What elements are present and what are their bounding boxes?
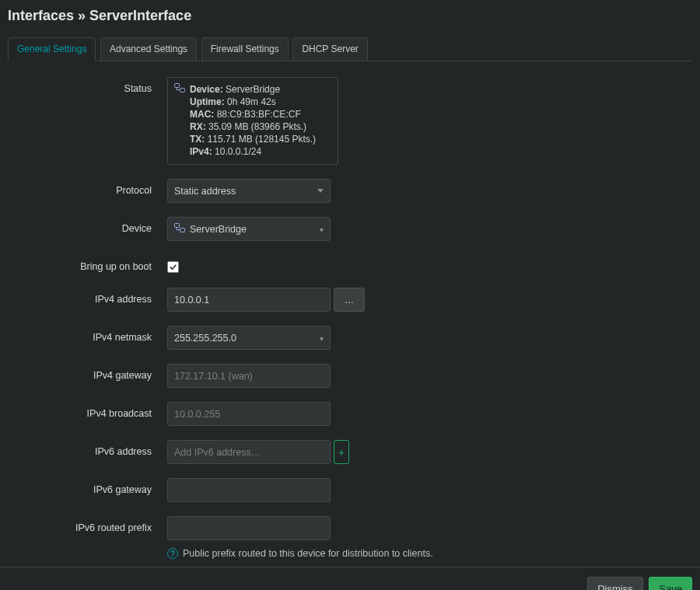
ipv6-address-label: IPv6 address	[8, 440, 167, 457]
device-label: Device	[8, 217, 167, 234]
ipv6-gateway-input[interactable]	[167, 478, 331, 502]
protocol-value: Static address	[174, 186, 236, 197]
status-mac-key: MAC:	[190, 109, 214, 120]
tab-general-settings[interactable]: General Settings	[8, 37, 96, 61]
ipv4-gateway-input[interactable]	[167, 364, 331, 388]
tab-dhcp-server[interactable]: DHCP Server	[292, 37, 367, 61]
ipv4-address-input[interactable]	[167, 288, 331, 312]
status-label: Status	[8, 77, 167, 94]
status-mac-value: 88:C9:B3:BF:CE:CF	[217, 109, 301, 120]
ipv6-gateway-label: IPv6 gateway	[8, 478, 167, 495]
info-icon: ?	[167, 548, 178, 559]
status-uptime-key: Uptime:	[190, 96, 225, 107]
tab-firewall-settings[interactable]: Firewall Settings	[201, 37, 289, 61]
page-title: Interfaces » ServerInterface	[8, 8, 692, 24]
device-value: ServerBridge	[190, 224, 247, 235]
ipv4-gateway-label: IPv4 gateway	[8, 364, 167, 381]
ipv6-address-input[interactable]	[167, 440, 331, 464]
dialog-footer: Dismiss Save	[0, 567, 700, 590]
device-select[interactable]: ServerBridge	[167, 217, 331, 241]
bridge-icon	[174, 83, 185, 158]
save-button[interactable]: Save	[649, 577, 692, 590]
protocol-label: Protocol	[8, 179, 167, 196]
ipv6-address-add-button[interactable]: +	[334, 440, 349, 464]
ipv4-broadcast-label: IPv4 broadcast	[8, 402, 167, 419]
status-device-value: ServerBridge	[226, 84, 280, 95]
boot-label: Bring up on boot	[8, 255, 167, 272]
ipv6-prefix-label: IPv6 routed prefix	[8, 516, 167, 533]
status-rx-key: RX:	[190, 121, 206, 132]
tab-advanced-settings[interactable]: Advanced Settings	[100, 37, 197, 61]
dismiss-button[interactable]: Dismiss	[587, 577, 643, 590]
status-ipv4-key: IPv4:	[190, 146, 212, 157]
svg-rect-1	[180, 89, 185, 93]
status-uptime-value: 0h 49m 42s	[227, 96, 276, 107]
ipv4-netmask-label: IPv4 netmask	[8, 326, 167, 343]
ipv4-broadcast-input[interactable]	[167, 402, 331, 426]
status-tx-key: TX:	[190, 134, 205, 145]
svg-rect-0	[175, 84, 180, 88]
svg-rect-2	[175, 224, 180, 228]
status-panel: Device: ServerBridge Uptime: 0h 49m 42s …	[167, 77, 338, 165]
status-device-key: Device:	[190, 84, 223, 95]
bridge-icon	[174, 223, 185, 235]
ipv4-address-label: IPv4 address	[8, 288, 167, 305]
status-ipv4-value: 10.0.0.1/24	[215, 146, 261, 157]
status-rx-value: 35.09 MB (83966 Pkts.)	[208, 121, 306, 132]
svg-rect-3	[180, 229, 185, 232]
bring-up-on-boot-checkbox[interactable]	[167, 261, 179, 273]
protocol-select[interactable]: Static address	[167, 179, 331, 203]
status-tx-value: 115.71 MB (128145 Pkts.)	[208, 134, 316, 145]
ipv4-netmask-select[interactable]: 255.255.255.0	[167, 326, 331, 350]
ipv6-prefix-hint: Public prefix routed to this device for …	[183, 548, 433, 559]
tabs: General Settings Advanced Settings Firew…	[8, 37, 692, 61]
ipv4-netmask-value: 255.255.255.0	[174, 333, 236, 344]
ipv4-address-more-button[interactable]: …	[334, 288, 365, 312]
ipv6-prefix-input[interactable]	[167, 516, 331, 540]
